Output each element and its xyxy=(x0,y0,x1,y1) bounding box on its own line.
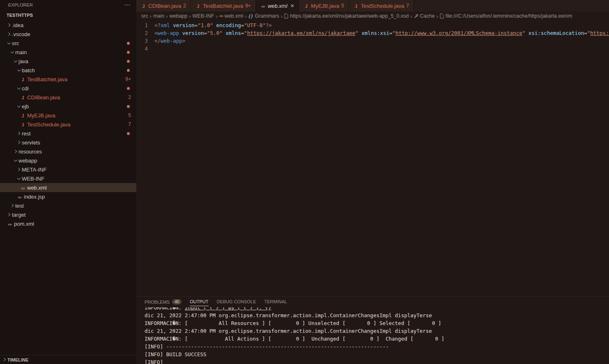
breadcrumb-cache[interactable]: Cache xyxy=(414,13,435,19)
breadcrumb-grammars[interactable]: Grammars xyxy=(248,13,279,19)
chevron-down-icon[interactable] xyxy=(13,158,18,163)
project-section-header[interactable]: TESTHTTPS xyxy=(0,10,136,21)
java-file-icon xyxy=(303,3,309,9)
breadcrumb-cache-file-url[interactable]: file:///C:/Users/alfon/.lemminx/cache/ht… xyxy=(440,13,572,19)
breadcrumb-webapp[interactable]: webapp xyxy=(169,13,187,19)
code-line[interactable]: 3 </web-app> xyxy=(136,37,609,45)
panel-tab-output[interactable]: OUTPUT xyxy=(190,299,208,306)
chevron-down-icon[interactable] xyxy=(16,176,22,181)
tree-item-idea[interactable]: .idea xyxy=(0,21,136,30)
panel-tab-debug-console[interactable]: DEBUG CONSOLE xyxy=(217,299,256,306)
chevron-right-icon[interactable] xyxy=(16,131,22,136)
tree-item-src[interactable]: src xyxy=(0,39,136,48)
output-line: dic 21, 2022 2:47:00 PM org.eclipse.tran… xyxy=(145,327,609,335)
tree-item-web-xml[interactable]: web.xml xyxy=(0,183,136,192)
breadcrumb-web-inf[interactable]: WEB-INF xyxy=(193,13,214,19)
tab-cdibean-java[interactable]: CDIBean.java 2 xyxy=(136,0,191,11)
tree-item-cdi[interactable]: cdi xyxy=(0,84,136,93)
tree-item-pom-xml[interactable]: pom.xml xyxy=(0,219,136,228)
panel-tabbar: PROBLEMS 40 OUTPUT DEBUG CONSOLE TERMINA… xyxy=(136,297,609,307)
breadcrumb-src[interactable]: src xyxy=(141,13,148,19)
java-file-icon xyxy=(20,112,26,119)
line-number: 2 xyxy=(136,29,154,37)
code-line[interactable]: 4 xyxy=(136,45,609,53)
file-name: TestBatchlet.java xyxy=(27,76,67,82)
chevron-down-icon[interactable] xyxy=(7,41,12,46)
tree-item-servlets[interactable]: servlets xyxy=(0,138,136,147)
close-icon[interactable]: × xyxy=(291,3,294,9)
tree-item-index-jsp[interactable]: index.jsp xyxy=(0,192,136,201)
more-actions-icon[interactable]: ⋯ xyxy=(124,3,131,7)
tree-item-vscode[interactable]: .vscode xyxy=(0,30,136,39)
chevron-right-icon xyxy=(2,357,7,362)
breadcrumb-xsd-url[interactable]: https://jakarta.ee/xml/ns/jakartaee/web-… xyxy=(284,13,409,19)
tree-item-batch[interactable]: batch xyxy=(0,66,136,75)
chevron-down-icon[interactable] xyxy=(10,50,15,55)
tree-item-main[interactable]: main xyxy=(0,48,136,57)
folder-name: batch xyxy=(22,67,35,73)
tree-item-webapp[interactable]: webapp xyxy=(0,156,136,165)
tree-item-ejb[interactable]: ejb xyxy=(0,102,136,111)
modified-dot xyxy=(127,132,130,135)
tree-item-java[interactable]: java xyxy=(0,57,136,66)
panel-tab-problems[interactable]: PROBLEMS 40 xyxy=(145,299,182,306)
folder-name: WEB-INF xyxy=(22,176,44,182)
tab-label: MyEJB.java xyxy=(311,3,339,9)
breadcrumb: src main webapp WEB-INF web.xml Grammars xyxy=(136,11,609,21)
tab-myejb-java[interactable]: MyEJB.java 5 xyxy=(299,0,349,11)
tree-item-web-inf[interactable]: WEB-INF xyxy=(0,174,136,183)
chevron-right-icon[interactable] xyxy=(16,167,22,172)
vscode-window: EXPLORER ⋯ TESTHTTPS .idea .vscode src m… xyxy=(0,0,609,364)
xml-file-icon xyxy=(20,185,26,191)
file-name: MyEJB.java xyxy=(27,112,55,119)
breadcrumb-separator-icon xyxy=(437,13,438,19)
chevron-right-icon[interactable] xyxy=(7,32,12,37)
folder-name: java xyxy=(18,58,28,64)
tab-web-xml[interactable]: web.xml × xyxy=(256,0,299,11)
code-line[interactable]: 2 <web-app version="5.0" xmlns="https://… xyxy=(136,29,609,37)
tree-item-test[interactable]: test xyxy=(0,201,136,210)
file-name: index.jsp xyxy=(24,194,45,200)
line-number: 4 xyxy=(136,45,154,53)
breadcrumb-web-xml[interactable]: web.xml xyxy=(219,13,244,19)
tree-item-resources[interactable]: resources xyxy=(0,147,136,156)
chevron-down-icon[interactable] xyxy=(16,68,22,73)
output-line: INFORMACI�N: Input [ { } ] as [ { } ]: {… xyxy=(145,307,609,311)
tab-error-count: 2 xyxy=(183,3,186,9)
folder-name: META-INF xyxy=(22,167,46,173)
output-line: INFORMACI�N: [ All Resources ] [ 0 ] Uns… xyxy=(145,319,609,327)
chevron-down-icon[interactable] xyxy=(16,86,22,91)
editor-tabbar: CDIBean.java 2 TestBatchlet.java 9+ web.… xyxy=(136,0,609,11)
tab-label: TestSchedule.java xyxy=(361,3,404,9)
breadcrumb-main[interactable]: main xyxy=(153,13,164,19)
tab-testschedule-java[interactable]: TestSchedule.java 7 xyxy=(349,0,414,11)
tree-item-cdibean-java[interactable]: CDIBean.java 2 xyxy=(0,93,136,102)
tree-item-testbatchlet-java[interactable]: TestBatchlet.java 9+ xyxy=(0,75,136,84)
xml-file-icon xyxy=(219,14,223,18)
file-name: CDIBean.java xyxy=(27,94,60,101)
code-line[interactable]: 1 <?xml version="1.0" encoding="UTF-8"?> xyxy=(136,21,609,29)
chevron-right-icon[interactable] xyxy=(16,140,22,145)
tree-item-rest[interactable]: rest xyxy=(0,129,136,138)
chevron-right-icon[interactable] xyxy=(7,23,12,28)
tree-item-myejb-java[interactable]: MyEJB.java 5 xyxy=(0,111,136,120)
chevron-down-icon[interactable] xyxy=(16,104,22,109)
folder-name: rest xyxy=(22,130,31,137)
code-text: <?xml version="1.0" encoding="UTF-8"?> xyxy=(154,21,272,29)
code-text: </web-app> xyxy=(154,37,185,45)
tree-item-testschedule-java[interactable]: TestSchedule.java 7 xyxy=(0,120,136,129)
tab-testbatchlet-java[interactable]: TestBatchlet.java 9+ xyxy=(191,0,256,11)
jsp-file-icon xyxy=(16,194,23,200)
tree-item-meta-inf[interactable]: META-INF xyxy=(0,165,136,174)
modified-dot xyxy=(127,69,130,72)
chevron-right-icon[interactable] xyxy=(13,149,18,154)
chevron-down-icon[interactable] xyxy=(13,59,18,64)
breadcrumb-separator-icon xyxy=(245,13,246,19)
chevron-right-icon[interactable] xyxy=(10,203,15,208)
bottom-panel: PROBLEMS 40 OUTPUT DEBUG CONSOLE TERMINA… xyxy=(136,296,609,364)
panel-tab-terminal[interactable]: TERMINAL xyxy=(264,299,287,306)
timeline-section[interactable]: TIMELINE xyxy=(0,355,136,364)
tree-item-target[interactable]: target xyxy=(0,210,136,219)
code-editor[interactable]: 1 <?xml version="1.0" encoding="UTF-8"?>… xyxy=(136,21,609,296)
chevron-right-icon[interactable] xyxy=(7,212,12,217)
